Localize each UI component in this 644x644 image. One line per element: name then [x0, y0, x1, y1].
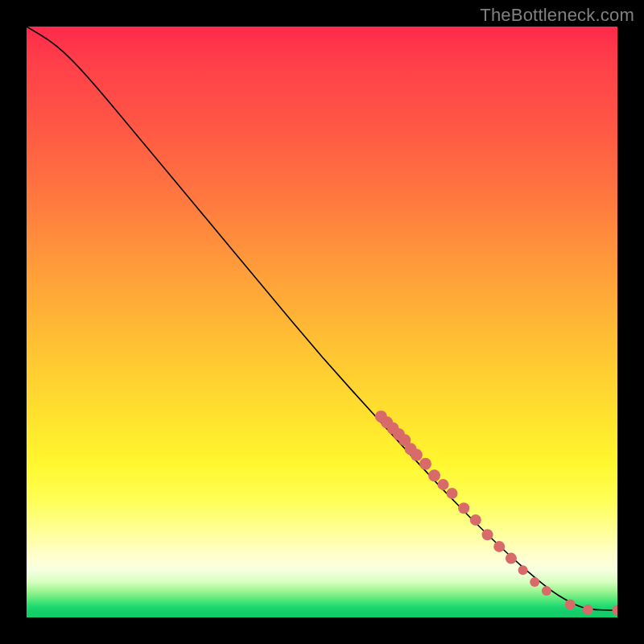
data-point	[482, 529, 493, 540]
data-point	[565, 599, 576, 609]
data-point	[518, 565, 528, 575]
data-point	[438, 479, 449, 490]
watermark-text: TheBottleneck.com	[480, 5, 634, 26]
plot-area	[27, 27, 617, 617]
data-point	[493, 541, 505, 552]
data-point	[506, 553, 517, 564]
data-point	[419, 458, 431, 470]
chart-stage: TheBottleneck.com	[0, 0, 644, 644]
data-point	[530, 577, 539, 587]
highlighted-points-group	[375, 411, 617, 616]
bottleneck-curve	[27, 27, 617, 610]
data-point	[583, 605, 593, 615]
data-point	[458, 502, 469, 514]
data-point	[542, 586, 551, 596]
data-point	[613, 605, 618, 616]
data-point	[470, 514, 481, 526]
chart-overlay	[27, 27, 617, 617]
data-point	[411, 449, 423, 461]
data-point	[428, 469, 440, 481]
data-point	[447, 488, 458, 499]
